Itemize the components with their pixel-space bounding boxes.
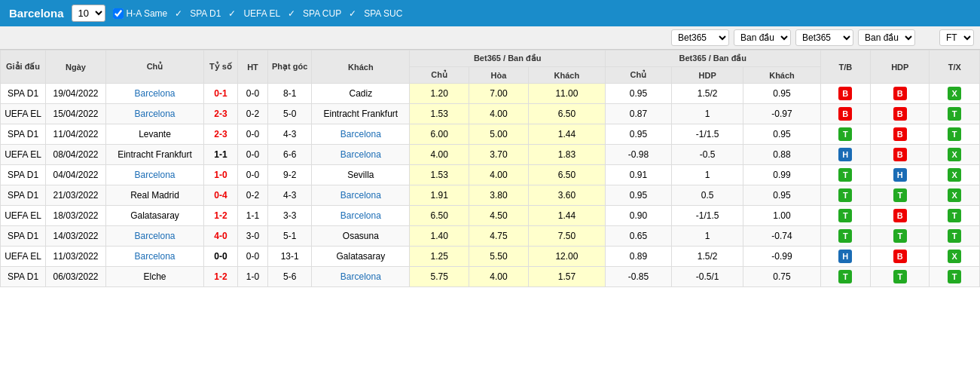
cell-khach1: 3.60	[528, 185, 605, 206]
checkmark-spa-cup: ✓	[288, 8, 295, 19]
cell-khach2: -0.99	[743, 247, 820, 267]
cell-tx: T	[930, 124, 980, 145]
cell-corner: 4-3	[268, 185, 312, 206]
cell-hdp2: -0.5	[671, 145, 743, 165]
badge-b: B	[893, 107, 907, 121]
col-home: Chủ	[106, 51, 204, 84]
cell-tx: X	[930, 165, 980, 185]
cell-home: Barcelona	[106, 84, 204, 104]
cell-corner: 8-1	[268, 84, 312, 104]
cell-corner: 9-2	[268, 165, 312, 185]
cell-score: 2-3	[204, 104, 238, 124]
cell-tb: B	[820, 104, 870, 124]
odds1-select[interactable]: Bet365 Pinnacle	[671, 29, 729, 46]
badge-x: X	[948, 250, 961, 263]
cell-away: Barcelona	[312, 124, 410, 145]
cell-hdp2: 1.5/2	[671, 84, 743, 104]
badge-b: B	[893, 148, 907, 161]
cell-ht: 0-0	[238, 165, 268, 185]
col-tx: T/X	[930, 51, 980, 84]
badge-t: T	[948, 209, 961, 222]
cell-hoa1: 5.00	[469, 124, 529, 145]
cell-chu2: 0.95	[606, 185, 672, 206]
badge-h: H	[838, 148, 852, 161]
ha-same-checkbox[interactable]	[113, 8, 124, 19]
type1-select[interactable]: Ban đầu Cuối	[734, 29, 791, 46]
sub-khach2: Khách	[743, 67, 820, 84]
cell-hdp-result: B	[871, 104, 930, 124]
cell-khach2: 0.95	[743, 84, 820, 104]
badge-t: T	[893, 270, 907, 283]
cell-hdp-result: B	[871, 84, 930, 104]
cell-away: Barcelona	[312, 185, 410, 206]
badge-b: B	[838, 87, 852, 100]
cell-score: 0-1	[204, 84, 238, 104]
cell-hoa1: 4.50	[469, 206, 529, 226]
matches-table: Giải đấu Ngày Chủ Tỷ số HT Phạt góc Khác…	[0, 50, 980, 287]
type2-select[interactable]: Ban đầu Cuối	[858, 29, 915, 46]
cell-chu1: 1.25	[410, 247, 469, 267]
cell-chu1: 1.53	[410, 104, 469, 124]
cell-chu1: 4.00	[410, 145, 469, 165]
cell-date: 11/04/2022	[46, 124, 106, 145]
cell-hoa1: 3.70	[469, 145, 529, 165]
badge-x: X	[948, 87, 961, 100]
cell-tb: T	[820, 226, 870, 247]
cell-khach2: 1.00	[743, 206, 820, 226]
team-name: Barcelona	[9, 7, 64, 20]
cell-khach1: 6.50	[528, 165, 605, 185]
cell-hdp-result: B	[871, 206, 930, 226]
cell-date: 15/04/2022	[46, 104, 106, 124]
cell-chu1: 1.91	[410, 185, 469, 206]
badge-x: X	[948, 148, 961, 161]
cell-hoa1: 4.00	[469, 267, 529, 287]
cell-date: 19/04/2022	[46, 84, 106, 104]
badge-t: T	[893, 188, 907, 202]
cell-khach2: 0.95	[743, 185, 820, 206]
table-row: UEFA EL 08/04/2022 Eintracht Frankfurt 1…	[1, 145, 980, 165]
sub-hoa1: Hòa	[469, 67, 529, 84]
table-row: SPA D1 04/04/2022 Barcelona 1-0 0-0 9-2 …	[1, 165, 980, 185]
badge-h: H	[838, 250, 852, 263]
cell-hoa1: 3.80	[469, 185, 529, 206]
cell-hdp-result: T	[871, 226, 930, 247]
cell-ht: 0-2	[238, 104, 268, 124]
spa-suc-label: SPA SUC	[364, 8, 402, 19]
ha-same-filter: H-A Same	[113, 8, 168, 19]
badge-x: X	[948, 168, 961, 182]
col-date: Ngày	[46, 51, 106, 84]
cell-away: Barcelona	[312, 267, 410, 287]
cell-chu2: 0.87	[606, 104, 672, 124]
table-row: SPA D1 06/03/2022 Elche 1-2 1-0 5-6 Barc…	[1, 267, 980, 287]
col-corner: Phạt góc	[268, 51, 312, 84]
cell-hoa1: 7.00	[469, 84, 529, 104]
ft-select[interactable]: FT HT	[939, 29, 974, 46]
cell-date: 08/04/2022	[46, 145, 106, 165]
cell-tb: T	[820, 206, 870, 226]
cell-league: SPA D1	[1, 267, 46, 287]
badge-t: T	[838, 188, 852, 202]
badge-b: B	[893, 250, 907, 263]
cell-date: 11/03/2022	[46, 247, 106, 267]
cell-ht: 0-2	[238, 185, 268, 206]
row-count-select[interactable]: 10 20 50	[72, 5, 105, 22]
cell-tb: T	[820, 185, 870, 206]
cell-tx: T	[930, 226, 980, 247]
badge-b: B	[838, 107, 852, 121]
cell-league: UEFA EL	[1, 104, 46, 124]
cell-khach1: 1.83	[528, 145, 605, 165]
sub-khach1: Khách	[528, 67, 605, 84]
cell-tx: T	[930, 206, 980, 226]
checkmark-uefa-el: ✓	[228, 8, 236, 19]
cell-tb: H	[820, 145, 870, 165]
odds2-select[interactable]: Bet365 Pinnacle	[795, 29, 853, 46]
cell-hdp-result: B	[871, 247, 930, 267]
col-ht: HT	[238, 51, 268, 84]
cell-corner: 3-3	[268, 206, 312, 226]
cell-ht: 0-0	[238, 247, 268, 267]
cell-away: Sevilla	[312, 165, 410, 185]
col-hdp: HDP	[871, 51, 930, 84]
checkmark-spa-suc: ✓	[349, 8, 356, 19]
cell-chu1: 1.40	[410, 226, 469, 247]
cell-hdp2: 1.5/2	[671, 247, 743, 267]
